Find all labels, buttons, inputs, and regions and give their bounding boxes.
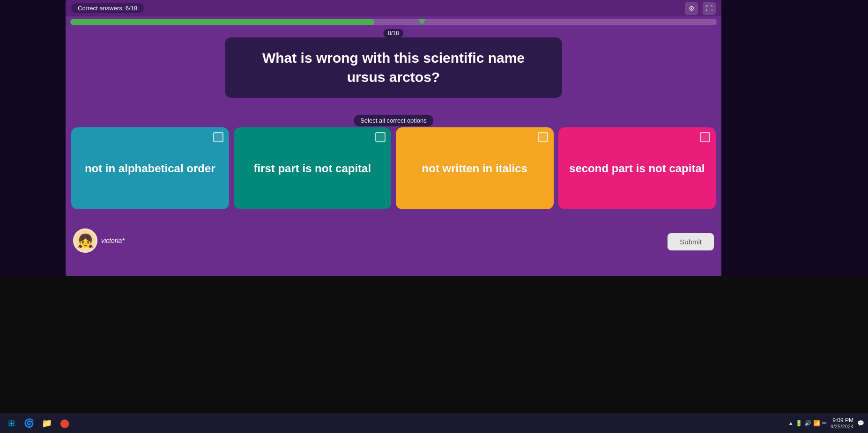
option-text-3: not written in italics	[422, 161, 527, 176]
option-text-4: second part is not capital	[569, 161, 705, 176]
notification-icon[interactable]: 💬	[857, 420, 864, 426]
network-icon: ▲	[788, 420, 794, 426]
taskbar-edge-icon[interactable]: 🌀	[22, 416, 37, 431]
settings-icon: ⚙	[689, 5, 695, 12]
taskbar-chrome-icon[interactable]: ⬤	[57, 416, 72, 431]
system-clock: 9:09 PM 9/25/2024	[831, 417, 853, 429]
wifi-icon: 📶	[813, 420, 820, 426]
volume-icon: 🔊	[804, 420, 811, 426]
taskbar-windows-icon[interactable]: ⊞	[4, 416, 19, 431]
options-row: not in alphabetical order first part is …	[71, 127, 716, 209]
progress-marker	[418, 19, 426, 25]
taskbar: ⊞ 🌀 📁 ⬤ ▲ 🔋 🔊 📶 ✏ 9:09 PM 9/25/2024 💬	[0, 413, 868, 433]
checkbox-4[interactable]	[700, 132, 710, 142]
option-card-1[interactable]: not in alphabetical order	[71, 127, 229, 209]
checkbox-2[interactable]	[375, 132, 386, 142]
progress-bar-container	[70, 19, 717, 25]
option-card-2[interactable]: first part is not capital	[234, 127, 392, 209]
fullscreen-button[interactable]: ⛶	[703, 2, 716, 15]
clock-time: 9:09 PM	[831, 417, 853, 424]
bg-bottom-panel	[0, 276, 868, 413]
username: victoria*	[101, 237, 125, 244]
submit-button[interactable]: Submit	[668, 233, 714, 250]
top-bar: Correct answers: 6/18 ⚙ ⛶	[66, 0, 721, 16]
pen-icon: ✏	[822, 420, 827, 426]
bg-right-panel	[721, 0, 868, 276]
user-area: 👧 victoria*	[73, 228, 125, 253]
settings-button[interactable]: ⚙	[685, 2, 698, 15]
question-box: What is wrong with this scientific name …	[225, 37, 562, 98]
select-all-text: Select all correct options	[360, 117, 427, 124]
progress-counter-text: 8/18	[388, 30, 399, 37]
option-card-3[interactable]: not written in italics	[396, 127, 554, 209]
question-text: What is wrong with this scientific name …	[244, 49, 543, 87]
avatar: 👧	[73, 228, 97, 253]
main-screen: Correct answers: 6/18 ⚙ ⛶ 8/18 What is w…	[66, 0, 721, 276]
option-text-1: not in alphabetical order	[85, 161, 215, 176]
fullscreen-icon: ⛶	[706, 5, 712, 12]
correct-answers-text: Correct answers: 6/18	[78, 5, 137, 12]
top-right-icons: ⚙ ⛶	[685, 2, 716, 15]
checkbox-3[interactable]	[538, 132, 548, 142]
progress-counter: 8/18	[383, 29, 403, 37]
taskbar-right: ▲ 🔋 🔊 📶 ✏ 9:09 PM 9/25/2024 💬	[788, 417, 864, 429]
system-icons: ▲ 🔋 🔊 📶 ✏	[788, 420, 827, 426]
correct-answers-badge: Correct answers: 6/18	[71, 3, 144, 13]
progress-fill	[70, 19, 374, 25]
option-text-2: first part is not capital	[253, 161, 371, 176]
bg-left-panel	[0, 0, 66, 276]
checkbox-1[interactable]	[213, 132, 223, 142]
clock-date: 9/25/2024	[831, 424, 853, 429]
select-all-label: Select all correct options	[354, 115, 433, 126]
taskbar-explorer-icon[interactable]: 📁	[39, 416, 54, 431]
battery-icon: 🔋	[795, 420, 802, 426]
option-card-4[interactable]: second part is not capital	[558, 127, 716, 209]
